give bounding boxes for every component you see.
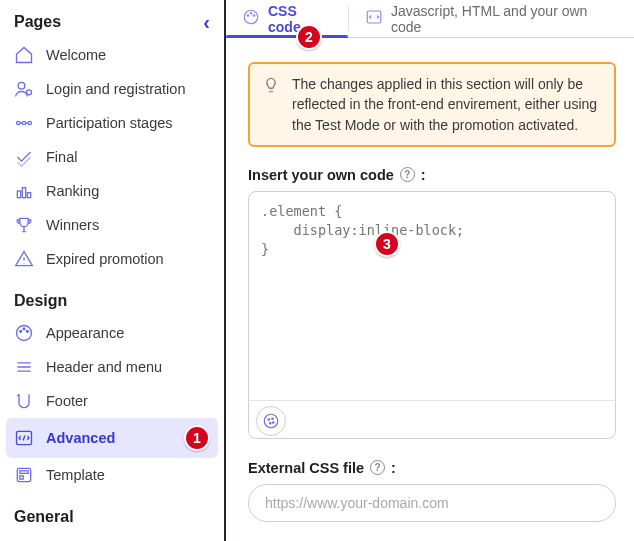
step-badge-1: 1 bbox=[184, 425, 210, 451]
svg-rect-7 bbox=[27, 193, 30, 198]
nav-list-general: Dates bbox=[0, 530, 224, 541]
sidebar-item-advanced[interactable]: Advanced 1 bbox=[6, 418, 218, 458]
step-badge-3: 3 bbox=[374, 231, 400, 257]
svg-point-25 bbox=[270, 423, 272, 425]
notice-text: The changes applied in this section will… bbox=[292, 74, 600, 135]
sidebar-item-label: Advanced bbox=[46, 430, 172, 446]
cookie-button[interactable] bbox=[256, 406, 286, 436]
sidebar-item-label: Final bbox=[46, 149, 210, 165]
tab-label: Javascript, HTML and your own code bbox=[391, 3, 618, 35]
help-icon[interactable]: ? bbox=[400, 167, 415, 182]
sidebar-item-label: Expired promotion bbox=[46, 251, 210, 267]
sidebar-item-label: Footer bbox=[46, 393, 210, 409]
sidebar-item-label: Ranking bbox=[46, 183, 210, 199]
svg-point-4 bbox=[28, 121, 31, 124]
sidebar-item-header-menu[interactable]: Header and menu bbox=[6, 350, 218, 384]
home-icon bbox=[14, 45, 34, 65]
svg-rect-6 bbox=[22, 188, 25, 198]
label-text: External CSS file bbox=[248, 460, 364, 476]
svg-point-18 bbox=[247, 15, 249, 17]
section-header-general[interactable]: General bbox=[0, 502, 224, 530]
label-colon: : bbox=[421, 167, 426, 183]
svg-point-1 bbox=[27, 90, 32, 95]
svg-point-26 bbox=[273, 422, 275, 424]
sidebar-item-template[interactable]: Template bbox=[6, 458, 218, 492]
step-badge-2: 2 bbox=[296, 24, 322, 50]
sidebar-item-label: Template bbox=[46, 467, 210, 483]
main: CSS code Javascript, HTML and your own c… bbox=[226, 0, 634, 541]
notice-banner: The changes applied in this section will… bbox=[248, 62, 616, 147]
code-icon bbox=[365, 8, 383, 29]
svg-rect-15 bbox=[20, 476, 23, 479]
code-toolbar bbox=[248, 400, 616, 442]
help-icon[interactable]: ? bbox=[370, 460, 385, 475]
sidebar-item-dates[interactable]: Dates bbox=[6, 532, 218, 541]
tab-css-code[interactable]: CSS code bbox=[226, 0, 348, 37]
section-header-design[interactable]: Design bbox=[0, 286, 224, 314]
sidebar-item-footer[interactable]: Footer bbox=[6, 384, 218, 418]
sidebar-item-login[interactable]: Login and registration bbox=[6, 72, 218, 106]
check-icon bbox=[14, 147, 34, 167]
sidebar-item-label: Header and menu bbox=[46, 359, 210, 375]
svg-point-9 bbox=[20, 330, 22, 332]
label-colon: : bbox=[391, 460, 396, 476]
code-icon bbox=[14, 428, 34, 448]
nav-list-pages: Welcome Login and registration Participa… bbox=[0, 36, 224, 286]
section-title-pages: Pages bbox=[14, 13, 61, 31]
external-css-input[interactable] bbox=[248, 484, 616, 522]
warning-icon bbox=[14, 249, 34, 269]
ranking-icon bbox=[14, 181, 34, 201]
sidebar-item-appearance[interactable]: Appearance bbox=[6, 316, 218, 350]
trophy-icon bbox=[14, 215, 34, 235]
svg-rect-14 bbox=[20, 471, 28, 474]
tab-js-html[interactable]: Javascript, HTML and your own code bbox=[349, 0, 634, 37]
sidebar-item-final[interactable]: Final bbox=[6, 140, 218, 174]
lightbulb-icon bbox=[262, 76, 280, 135]
external-css-label: External CSS file ? : bbox=[248, 460, 616, 476]
sidebar-item-label: Login and registration bbox=[46, 81, 210, 97]
svg-point-11 bbox=[26, 330, 28, 332]
svg-point-23 bbox=[268, 419, 270, 421]
user-icon bbox=[14, 79, 34, 99]
section-header-pages[interactable]: Pages ‹ bbox=[0, 6, 224, 36]
template-icon bbox=[14, 465, 34, 485]
svg-point-2 bbox=[17, 121, 20, 124]
sidebar-item-label: Appearance bbox=[46, 325, 210, 341]
nav-list-design: Appearance Header and menu Footer Advanc… bbox=[0, 314, 224, 502]
content: The changes applied in this section will… bbox=[226, 38, 634, 541]
menu-icon bbox=[14, 357, 34, 377]
palette-icon bbox=[14, 323, 34, 343]
stages-icon bbox=[14, 113, 34, 133]
sidebar: Pages ‹ Welcome Login and registration P… bbox=[0, 0, 226, 541]
svg-point-19 bbox=[250, 13, 252, 15]
svg-rect-5 bbox=[17, 191, 20, 198]
sidebar-item-label: Participation stages bbox=[46, 115, 210, 131]
palette-icon bbox=[242, 8, 260, 29]
code-box-wrap: 3 bbox=[248, 191, 616, 442]
label-text: Insert your own code bbox=[248, 167, 394, 183]
sidebar-item-participation[interactable]: Participation stages bbox=[6, 106, 218, 140]
sidebar-item-expired[interactable]: Expired promotion bbox=[6, 242, 218, 276]
sidebar-item-welcome[interactable]: Welcome bbox=[6, 38, 218, 72]
svg-point-0 bbox=[18, 82, 25, 89]
sidebar-item-winners[interactable]: Winners bbox=[6, 208, 218, 242]
svg-point-10 bbox=[23, 328, 25, 330]
svg-point-20 bbox=[253, 15, 255, 17]
svg-point-24 bbox=[272, 418, 274, 420]
svg-point-22 bbox=[264, 415, 278, 429]
tabbar: CSS code Javascript, HTML and your own c… bbox=[226, 0, 634, 38]
sidebar-item-label: Winners bbox=[46, 217, 210, 233]
section-title-design: Design bbox=[14, 292, 67, 310]
sidebar-item-label: Welcome bbox=[46, 47, 210, 63]
code-field-label: Insert your own code ? : bbox=[248, 167, 616, 183]
section-title-general: General bbox=[14, 508, 74, 526]
footer-icon bbox=[14, 391, 34, 411]
chevron-left-icon[interactable]: ‹ bbox=[203, 12, 210, 32]
svg-point-3 bbox=[22, 121, 25, 124]
sidebar-item-ranking[interactable]: Ranking bbox=[6, 174, 218, 208]
